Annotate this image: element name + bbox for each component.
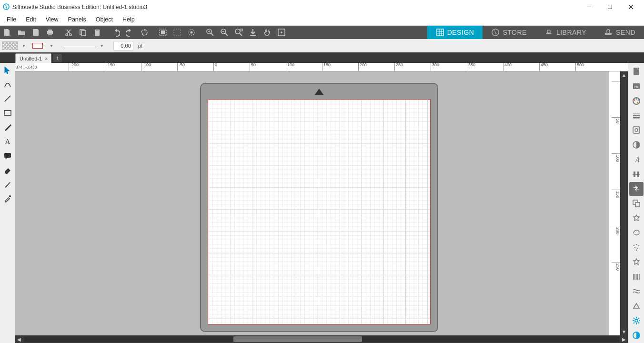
ruler-vertical[interactable]: 50100150200250 xyxy=(609,71,620,335)
line-style-icon[interactable] xyxy=(629,109,644,122)
rectangle-tool[interactable] xyxy=(0,106,15,120)
document-tab-close-icon[interactable]: × xyxy=(45,56,48,61)
text-style-icon[interactable]: A xyxy=(629,152,644,166)
svg-point-8 xyxy=(66,34,68,36)
save-file-button[interactable] xyxy=(29,26,43,39)
ruler-v-tick: 150 xyxy=(612,190,620,198)
line-color-swatch[interactable] xyxy=(30,41,46,50)
select-tool[interactable] xyxy=(0,63,15,77)
document-tab[interactable]: Untitled-1 × xyxy=(15,53,51,63)
print-button[interactable] xyxy=(43,26,57,39)
line-color-dropdown-icon[interactable]: ▼ xyxy=(48,44,55,48)
ruler-h-tick: 300 xyxy=(431,63,439,71)
note-tool[interactable] xyxy=(0,149,15,163)
nav-tab-send[interactable]: SEND xyxy=(595,26,644,39)
design-page[interactable] xyxy=(208,99,431,324)
tiling-icon[interactable] xyxy=(629,299,644,313)
cut-button[interactable] xyxy=(61,26,76,39)
hscroll-thumb[interactable] xyxy=(233,336,362,342)
scroll-down-icon[interactable]: ▼ xyxy=(622,329,626,334)
align-icon[interactable] xyxy=(629,167,644,181)
group-select-button[interactable] xyxy=(184,26,199,39)
menu-view[interactable]: View xyxy=(41,15,63,24)
eraser-tool[interactable] xyxy=(0,163,15,177)
menu-file[interactable]: File xyxy=(2,15,21,24)
eyedropper-tool[interactable] xyxy=(0,192,15,206)
minimize-button[interactable] xyxy=(578,0,599,13)
hscroll-track[interactable] xyxy=(24,336,619,342)
modify-icon[interactable] xyxy=(629,211,644,225)
line-tool[interactable] xyxy=(0,91,15,106)
copy-button[interactable] xyxy=(76,26,90,39)
new-file-button[interactable] xyxy=(0,26,14,39)
svg-rect-16 xyxy=(161,30,165,34)
zoom-selection-button[interactable] xyxy=(231,26,246,39)
settings-gear-icon[interactable] xyxy=(629,313,644,327)
offset-icon[interactable] xyxy=(629,226,644,240)
vertical-scrollbar[interactable]: ▲ ▼ xyxy=(620,71,628,335)
menu-help[interactable]: Help xyxy=(118,15,140,24)
line-style-preview[interactable] xyxy=(63,42,96,49)
zoom-fit-button[interactable] xyxy=(246,26,260,39)
fit-page-button[interactable] xyxy=(274,26,289,39)
edit-points-tool[interactable] xyxy=(0,77,15,91)
rhinestone-icon[interactable] xyxy=(629,255,644,269)
nav-tab-library[interactable]: LIBRARY xyxy=(535,26,595,39)
image-effects-icon[interactable] xyxy=(629,123,644,137)
nav-tab-design[interactable]: DESIGN xyxy=(427,26,483,39)
knife-tool[interactable] xyxy=(0,177,15,192)
scroll-right-icon[interactable]: ▶ xyxy=(620,335,628,343)
ruler-h-tick: -100 xyxy=(141,63,151,71)
scroll-left-icon[interactable]: ◀ xyxy=(15,335,23,343)
draw-tool[interactable] xyxy=(0,120,15,134)
zoom-in-button[interactable] xyxy=(203,26,217,39)
ruler-v-tick: 250 xyxy=(612,262,620,271)
menu-object[interactable]: Object xyxy=(91,15,118,24)
left-toolbox: A xyxy=(0,63,15,343)
stroke-weight-input[interactable]: 0.00 xyxy=(113,41,133,50)
stroke-weight-unit: pt xyxy=(138,43,142,49)
text-tool[interactable]: A xyxy=(0,134,15,149)
sketch-icon[interactable] xyxy=(629,284,644,298)
horizontal-scrollbar[interactable]: ◀ ▶ xyxy=(15,335,628,343)
undo-button[interactable] xyxy=(109,26,123,39)
fill-pattern-dropdown-icon[interactable]: ▼ xyxy=(20,44,28,48)
line-style-dropdown-icon[interactable]: ▼ xyxy=(98,44,106,48)
svg-rect-7 xyxy=(48,33,52,35)
mat-feed-arrow-icon xyxy=(314,89,324,95)
pan-button[interactable] xyxy=(260,26,274,39)
ruler-h-tick: 450 xyxy=(539,63,548,71)
trace-icon[interactable] xyxy=(629,138,644,152)
redo-button[interactable] xyxy=(123,26,137,39)
open-file-button[interactable] xyxy=(14,26,29,39)
document-tab-label: Untitled-1 xyxy=(20,56,42,61)
fill-color-icon[interactable] xyxy=(629,94,644,108)
svg-point-46 xyxy=(9,195,11,197)
scroll-up-icon[interactable]: ▲ xyxy=(622,72,626,78)
themes-icon[interactable] xyxy=(629,328,644,342)
stipple-icon[interactable] xyxy=(629,241,644,254)
fill-pattern-swatch[interactable] xyxy=(2,41,18,50)
barcode-icon[interactable] xyxy=(629,270,644,283)
zoom-out-button[interactable] xyxy=(217,26,231,39)
right-gutter: 50100150200250 ▲ ▼ xyxy=(609,71,628,335)
recycle-button[interactable] xyxy=(137,26,151,39)
nav-tab-store[interactable]: STORE xyxy=(483,26,535,39)
select-all-button[interactable] xyxy=(156,26,170,39)
menu-panels[interactable]: Panels xyxy=(63,15,91,24)
add-document-tab-button[interactable]: + xyxy=(53,54,62,62)
close-button[interactable] xyxy=(620,0,641,13)
ruler-v-tick: 100 xyxy=(612,153,620,162)
maximize-button[interactable] xyxy=(599,0,620,13)
svg-text:A: A xyxy=(5,138,10,145)
menu-edit[interactable]: Edit xyxy=(21,15,41,24)
page-setup-icon[interactable] xyxy=(629,65,644,79)
pixscan-icon[interactable]: Pix xyxy=(629,80,644,93)
ruler-horizontal[interactable]: 1.874,-3.430 -200-150-100-50050100150200… xyxy=(15,63,628,71)
transform-icon[interactable] xyxy=(629,182,644,196)
replicate-icon[interactable] xyxy=(629,197,644,211)
paste-button[interactable] xyxy=(90,26,104,39)
deselect-button[interactable] xyxy=(170,26,184,39)
ruler-h-tick: 0 xyxy=(213,63,217,71)
canvas-viewport[interactable] xyxy=(15,71,609,335)
